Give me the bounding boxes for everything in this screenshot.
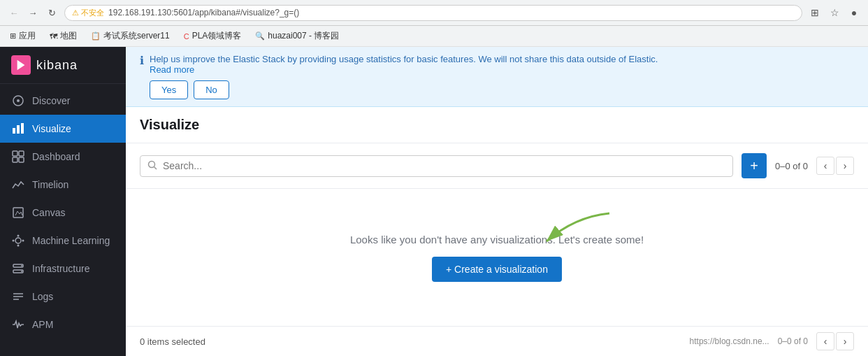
sidebar-item-visualize[interactable]: Visualize (0, 115, 126, 143)
svg-point-22 (149, 161, 155, 167)
svg-line-23 (154, 166, 157, 169)
kibana-logo-icon (11, 55, 31, 75)
sidebar-item-apm[interactable]: APM (0, 311, 126, 339)
discover-icon (11, 94, 25, 108)
svg-point-17 (21, 265, 22, 266)
items-selected-text: 0 items selected (140, 336, 205, 347)
visualize-icon (11, 122, 25, 136)
svg-rect-7 (13, 157, 17, 162)
sidebar-canvas-label: Canvas (32, 207, 65, 218)
browser-action-buttons: ⊞ ☆ ● (806, 4, 862, 21)
search-input-wrap[interactable] (140, 155, 733, 177)
svg-rect-3 (17, 125, 20, 134)
kibana-k-icon (15, 59, 27, 71)
bookmark-map-label: 地图 (60, 30, 77, 42)
bookmark-apps-label: 应用 (19, 30, 36, 42)
extensions-button[interactable]: ⊞ (806, 4, 823, 21)
footer-pagination-info: 0–0 of 0 (778, 336, 808, 346)
pagination-buttons: ‹ › (816, 157, 854, 175)
dashboard-icon (11, 150, 25, 164)
footer-pagination-buttons: ‹ › (816, 332, 854, 350)
browser-toolbar: ← → ↻ ⚠ 不安全 192.168.191.130:5601/app/kib… (0, 0, 868, 26)
sidebar-discover-label: Discover (32, 95, 70, 106)
logs-icon (11, 290, 25, 304)
sidebar-logs-label: Logs (32, 291, 53, 302)
pla-bookmark-icon: C (184, 32, 189, 41)
sidebar-infrastructure-label: Infrastructure (32, 263, 89, 274)
sidebar-item-logs[interactable]: Logs (0, 283, 126, 311)
prev-page-button[interactable]: ‹ (816, 157, 834, 175)
security-warning-icon: ⚠ 不安全 (72, 8, 104, 18)
info-icon: ℹ (140, 54, 144, 67)
banner-actions: Yes No (150, 80, 658, 99)
address-bar[interactable]: ⚠ 不安全 192.168.191.130:5601/app/kibana#/v… (64, 5, 802, 21)
next-page-button[interactable]: › (836, 157, 854, 175)
apm-icon (11, 318, 25, 332)
profile-button[interactable]: ● (846, 4, 862, 21)
svg-rect-4 (21, 123, 24, 134)
sidebar-item-infrastructure[interactable]: Infrastructure (0, 255, 126, 283)
empty-state: Looks like you don't have any visualizat… (126, 189, 868, 326)
footer-next-button[interactable]: › (836, 332, 854, 350)
footer-prev-button[interactable]: ‹ (816, 332, 834, 350)
sidebar-item-canvas[interactable]: Canvas (0, 199, 126, 227)
svg-rect-8 (19, 157, 24, 162)
infrastructure-icon (11, 262, 25, 276)
bookmark-huazai[interactable]: 🔍 huazai007 - 博客园 (251, 29, 343, 43)
url-hint-text: https://blog.csdn.ne... (690, 336, 769, 346)
sidebar-item-dashboard[interactable]: Dashboard (0, 143, 126, 171)
add-visualization-button[interactable]: + (742, 153, 767, 178)
bookmark-server[interactable]: 📋 考试系统server11 (87, 29, 174, 43)
nav-buttons: ← → ↻ (6, 4, 60, 21)
footer-bar: 0 items selected https://blog.csdn.ne...… (126, 326, 868, 356)
timelion-icon (11, 178, 25, 192)
back-button[interactable]: ← (6, 4, 22, 21)
svg-point-1 (17, 99, 20, 102)
svg-rect-6 (19, 151, 24, 156)
sidebar-apm-label: APM (32, 319, 53, 330)
sidebar-item-machine-learning[interactable]: Machine Learning (0, 227, 126, 255)
bookmarks-bar: ⊞ 应用 🗺 地图 📋 考试系统server11 C PLA领域博客 🔍 hua… (0, 26, 868, 47)
bookmark-apps[interactable]: ⊞ 应用 (6, 29, 40, 43)
svg-point-18 (21, 271, 22, 272)
bookmark-map[interactable]: 🗺 地图 (45, 29, 81, 43)
bookmark-button[interactable]: ☆ (826, 4, 843, 21)
bookmark-huazai-label: huazai007 - 博客园 (268, 30, 339, 42)
svg-rect-5 (13, 151, 17, 156)
huazai-bookmark-icon: 🔍 (255, 31, 265, 41)
banner-read-more-link[interactable]: Read more (150, 64, 658, 75)
app-layout: kibana Discover (0, 47, 868, 356)
apps-icon: ⊞ (10, 31, 16, 41)
banner-row: ℹ Help us improve the Elastic Stack by p… (140, 54, 854, 99)
svg-point-12 (17, 245, 20, 247)
sidebar-timelion-label: Timelion (32, 179, 68, 190)
svg-point-13 (13, 240, 15, 242)
banner-content: Help us improve the Elastic Stack by pro… (150, 54, 658, 99)
banner-no-button[interactable]: No (194, 80, 229, 99)
svg-rect-2 (13, 128, 15, 134)
bookmark-server-label: 考试系统server11 (103, 30, 170, 42)
pagination-info: 0–0 of 0 (775, 161, 808, 171)
banner-yes-button[interactable]: Yes (150, 80, 188, 99)
create-visualization-button[interactable]: + Create a visualization (432, 257, 562, 282)
reload-button[interactable]: ↻ (43, 4, 60, 21)
server-bookmark-icon: 📋 (91, 31, 101, 41)
svg-point-14 (22, 240, 24, 242)
bookmark-pla[interactable]: C PLA领域博客 (180, 29, 246, 43)
sidebar-item-discover[interactable]: Discover (0, 87, 126, 115)
svg-point-11 (17, 235, 20, 237)
search-icon (147, 160, 157, 172)
footer-right: https://blog.csdn.ne... 0–0 of 0 ‹ › (690, 332, 854, 350)
canvas-icon (11, 206, 25, 220)
arrow-annotation (533, 210, 616, 254)
sidebar-nav: Discover Visualize (0, 84, 126, 356)
forward-button[interactable]: → (24, 4, 41, 21)
sidebar-ml-label: Machine Learning (32, 235, 110, 246)
search-bar-row: + 0–0 of 0 ‹ › (126, 143, 868, 189)
page-header: Visualize (126, 107, 868, 143)
url-text: 192.168.191.130:5601/app/kibana#/visuali… (108, 8, 299, 17)
search-input[interactable] (163, 160, 725, 171)
kibana-logo-text: kibana (36, 58, 78, 73)
sidebar-visualize-label: Visualize (32, 123, 71, 134)
sidebar-item-timelion[interactable]: Timelion (0, 171, 126, 199)
